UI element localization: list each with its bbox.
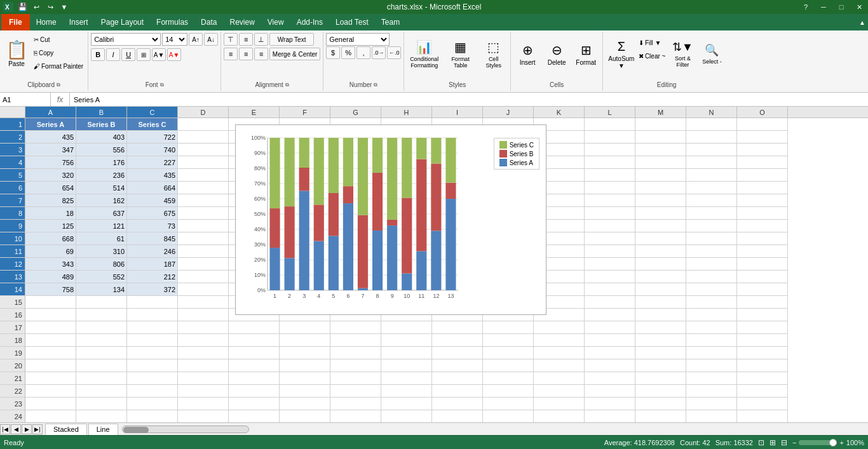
- cell[interactable]: [178, 359, 229, 372]
- align-top-btn[interactable]: ⊤: [224, 33, 238, 46]
- cell[interactable]: [178, 321, 229, 334]
- cell[interactable]: [585, 245, 635, 258]
- merge-center-btn[interactable]: Merge & Center: [269, 48, 320, 60]
- row-num-18[interactable]: 18: [0, 334, 25, 347]
- row-num-14[interactable]: 14: [0, 283, 25, 296]
- cell[interactable]: [483, 398, 534, 410]
- cell[interactable]: 134: [76, 283, 127, 296]
- font-size-select[interactable]: 14: [162, 33, 187, 46]
- sort-filter-button[interactable]: ⇅▼ Sort & Filter: [668, 33, 696, 75]
- cell[interactable]: [178, 309, 229, 321]
- cell[interactable]: [635, 296, 686, 309]
- cell[interactable]: [432, 359, 483, 372]
- cell[interactable]: [585, 194, 635, 207]
- insert-button[interactable]: ⊕ Insert: [513, 33, 541, 75]
- align-left-btn[interactable]: ≡: [224, 48, 238, 60]
- cell[interactable]: 125: [25, 220, 76, 232]
- cell[interactable]: 845: [127, 232, 178, 245]
- align-middle-btn[interactable]: ≡: [239, 33, 253, 46]
- cell[interactable]: 343: [25, 258, 76, 271]
- cell[interactable]: [432, 372, 483, 385]
- cell[interactable]: [585, 385, 635, 398]
- cell[interactable]: [178, 347, 229, 359]
- clipboard-arrow[interactable]: ⧉: [57, 82, 60, 88]
- cell[interactable]: [25, 398, 76, 410]
- cell[interactable]: [381, 359, 432, 372]
- increase-font-btn[interactable]: A↑: [189, 33, 203, 46]
- cell[interactable]: [534, 321, 585, 334]
- tab-first-btn[interactable]: |◀: [0, 424, 10, 434]
- cell[interactable]: 552: [76, 271, 127, 283]
- cell[interactable]: [585, 131, 635, 144]
- cell[interactable]: [432, 385, 483, 398]
- maximize-btn[interactable]: □: [832, 0, 850, 14]
- cell[interactable]: [76, 359, 127, 372]
- paste-button[interactable]: 📋 Paste: [3, 33, 31, 75]
- help-btn[interactable]: ?: [797, 0, 815, 14]
- cell[interactable]: 246: [127, 245, 178, 258]
- view-pagebreak-btn[interactable]: ⊟: [781, 438, 787, 447]
- cell[interactable]: [280, 347, 330, 359]
- italic-button[interactable]: I: [106, 48, 120, 61]
- cell[interactable]: 556: [76, 144, 127, 156]
- cell[interactable]: [381, 398, 432, 410]
- row-num-17[interactable]: 17: [0, 321, 25, 334]
- row-num-9[interactable]: 9: [0, 220, 25, 232]
- align-right-btn[interactable]: ≡: [254, 48, 268, 60]
- cell[interactable]: [635, 156, 686, 169]
- cell[interactable]: [178, 296, 229, 309]
- quick-undo-btn[interactable]: ↩: [31, 1, 42, 13]
- cell[interactable]: [534, 410, 585, 422]
- cell[interactable]: [178, 182, 229, 194]
- cell[interactable]: [585, 258, 635, 271]
- cell[interactable]: [585, 296, 635, 309]
- cell[interactable]: [483, 372, 534, 385]
- cell[interactable]: [686, 321, 737, 334]
- cell[interactable]: [178, 271, 229, 283]
- cell[interactable]: [635, 169, 686, 182]
- cell[interactable]: [534, 372, 585, 385]
- menu-loadtest[interactable]: Load Test: [329, 14, 375, 30]
- cell[interactable]: [534, 385, 585, 398]
- decrease-font-btn[interactable]: A↓: [204, 33, 218, 46]
- find-select-button[interactable]: 🔍 Select -: [698, 33, 726, 75]
- cell[interactable]: [585, 372, 635, 385]
- cell[interactable]: [280, 321, 330, 334]
- cell[interactable]: [635, 131, 686, 144]
- cell[interactable]: 18: [25, 207, 76, 220]
- align-bottom-btn[interactable]: ⊥: [254, 33, 268, 46]
- menu-addins[interactable]: Add-Ins: [290, 14, 329, 30]
- number-arrow[interactable]: ⧉: [374, 82, 377, 88]
- row-num-6[interactable]: 6: [0, 182, 25, 194]
- quick-more-btn[interactable]: ▼: [58, 1, 70, 13]
- col-header-m[interactable]: M: [635, 107, 686, 117]
- cell[interactable]: [127, 359, 178, 372]
- cell[interactable]: [635, 359, 686, 372]
- border-button[interactable]: ⊞: [137, 48, 151, 61]
- cell[interactable]: 435: [127, 169, 178, 182]
- cell[interactable]: 514: [76, 182, 127, 194]
- cell[interactable]: [178, 283, 229, 296]
- number-format-select[interactable]: General: [326, 33, 390, 46]
- cell[interactable]: [686, 258, 737, 271]
- col-header-c[interactable]: C: [127, 107, 178, 117]
- cell[interactable]: [25, 385, 76, 398]
- cell[interactable]: [737, 283, 788, 296]
- cell[interactable]: [280, 385, 330, 398]
- row-num-19[interactable]: 19: [0, 347, 25, 359]
- cell[interactable]: [686, 385, 737, 398]
- menu-formulas[interactable]: Formulas: [150, 14, 194, 30]
- row-num-15[interactable]: 15: [0, 296, 25, 309]
- formula-input[interactable]: Series A: [70, 96, 868, 104]
- cell[interactable]: 372: [127, 283, 178, 296]
- currency-btn[interactable]: $: [326, 46, 340, 59]
- formula-fx-button[interactable]: fx: [51, 93, 70, 106]
- cell[interactable]: 435: [25, 131, 76, 144]
- cell[interactable]: [76, 347, 127, 359]
- underline-button[interactable]: U: [121, 48, 135, 61]
- fill-button[interactable]: ⬇ Fill ▼: [637, 36, 668, 49]
- cell[interactable]: [280, 398, 330, 410]
- cell[interactable]: [381, 347, 432, 359]
- cell[interactable]: [229, 372, 280, 385]
- cell[interactable]: [635, 271, 686, 283]
